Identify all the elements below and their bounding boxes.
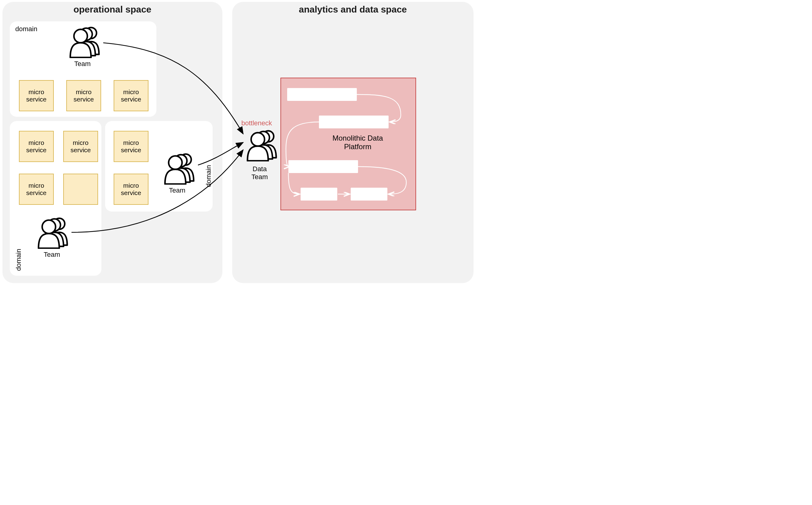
analytics-space-title: analytics and data space xyxy=(232,4,474,15)
microservice-label: micro service xyxy=(114,89,148,103)
team-icon xyxy=(35,215,72,249)
microservice-label: micro service xyxy=(20,139,53,154)
domain-label-2: domain xyxy=(205,165,213,187)
bottleneck-label: bottleneck xyxy=(241,119,272,127)
microservice-box: micro service xyxy=(63,131,98,162)
team-label-1: Team xyxy=(70,60,95,68)
microservice-box: micro service xyxy=(114,80,149,111)
svg-point-2 xyxy=(74,29,87,43)
microservice-box: micro service xyxy=(19,174,54,205)
microservice-label: micro service xyxy=(20,182,53,197)
operational-space-title: operational space xyxy=(2,4,222,15)
microservice-box: micro service xyxy=(114,131,149,162)
microservice-box: micro service xyxy=(114,174,149,205)
svg-point-8 xyxy=(42,220,56,233)
svg-point-11 xyxy=(251,133,265,146)
microservice-label: micro service xyxy=(114,139,148,154)
team-icon xyxy=(162,151,199,185)
data-team-label: Data Team xyxy=(247,165,272,181)
svg-point-5 xyxy=(169,156,182,169)
microservice-label: micro service xyxy=(67,89,100,103)
monolith-box: Monolithic Data Platform xyxy=(280,77,416,210)
domain-label-3: domain xyxy=(15,249,23,271)
domain-label-1: domain xyxy=(15,25,37,33)
microservice-box xyxy=(63,174,98,205)
team-icon xyxy=(67,24,104,58)
team-label-2: Team xyxy=(165,186,190,194)
microservice-label: micro service xyxy=(64,139,97,154)
microservice-label: micro service xyxy=(114,182,148,197)
microservice-label: micro service xyxy=(20,89,53,103)
microservice-box: micro service xyxy=(19,80,54,111)
team-label-3: Team xyxy=(40,251,64,259)
monolith-flow-arrows xyxy=(281,78,416,210)
microservice-box: micro service xyxy=(19,131,54,162)
microservice-box: micro service xyxy=(66,80,101,111)
data-team-icon xyxy=(244,128,281,161)
